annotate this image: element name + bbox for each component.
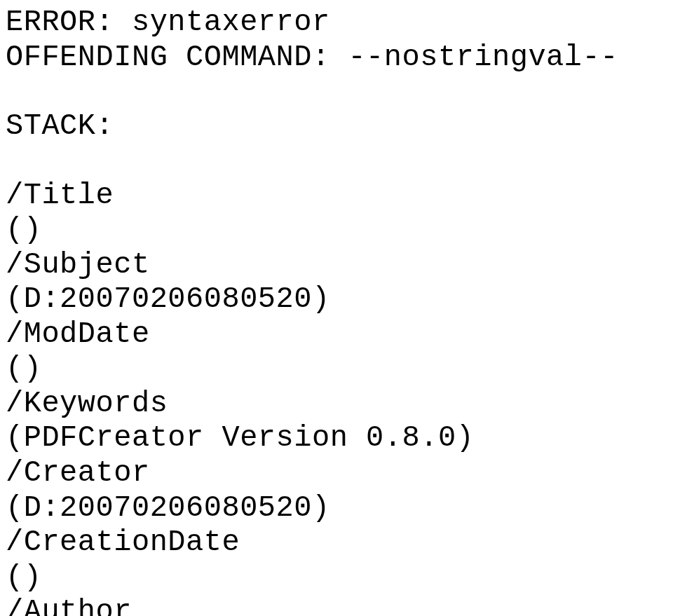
stack-title-key: /Title	[6, 179, 673, 214]
stack-author-key: /Author	[6, 595, 673, 616]
stack-subject-value: (D:20070206080520)	[6, 282, 673, 317]
stack-creator-value: (D:20070206080520)	[6, 491, 673, 526]
stack-keywords-value: (PDFCreator Version 0.8.0)	[6, 421, 673, 456]
offending-command-line: OFFENDING COMMAND: --nostringval--	[6, 41, 673, 76]
stack-moddate-value: ()	[6, 352, 673, 387]
stack-title-value: ()	[6, 213, 673, 248]
stack-creationdate-value: ()	[6, 561, 673, 596]
error-output: ERROR: syntaxerror OFFENDING COMMAND: --…	[6, 6, 673, 616]
blank-line	[6, 144, 673, 179]
stack-subject-key: /Subject	[6, 248, 673, 283]
stack-header: STACK:	[6, 109, 673, 144]
error-line: ERROR: syntaxerror	[6, 6, 673, 41]
blank-line	[6, 75, 673, 109]
stack-moddate-key: /ModDate	[6, 317, 673, 353]
stack-keywords-key: /Keywords	[6, 387, 673, 422]
stack-creator-key: /Creator	[6, 456, 673, 491]
stack-creationdate-key: /CreationDate	[6, 526, 673, 561]
